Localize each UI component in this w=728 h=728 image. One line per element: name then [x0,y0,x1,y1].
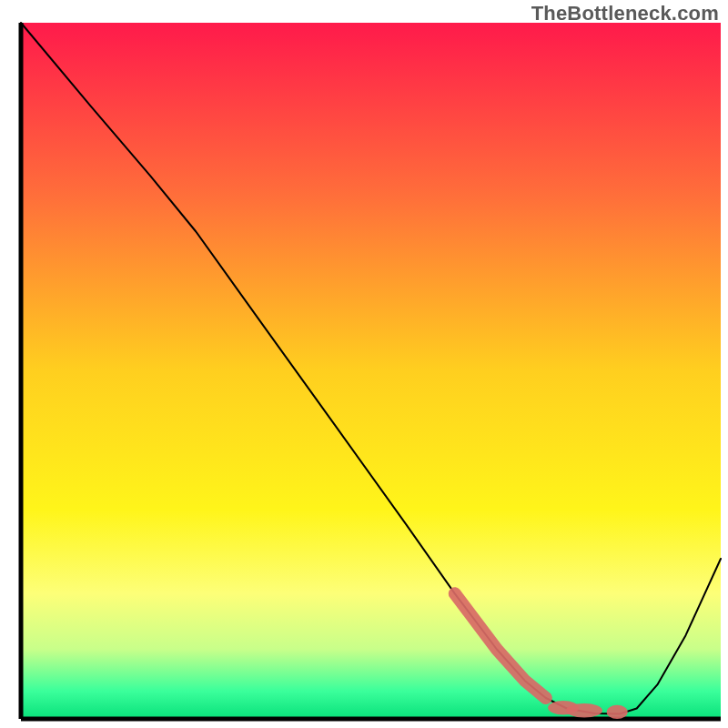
chart-container: TheBottleneck.com [0,0,728,728]
valley-marker-dot [566,703,602,717]
gradient-background [21,23,721,719]
bottleneck-chart [0,0,728,728]
valley-marker-dot [607,705,628,719]
